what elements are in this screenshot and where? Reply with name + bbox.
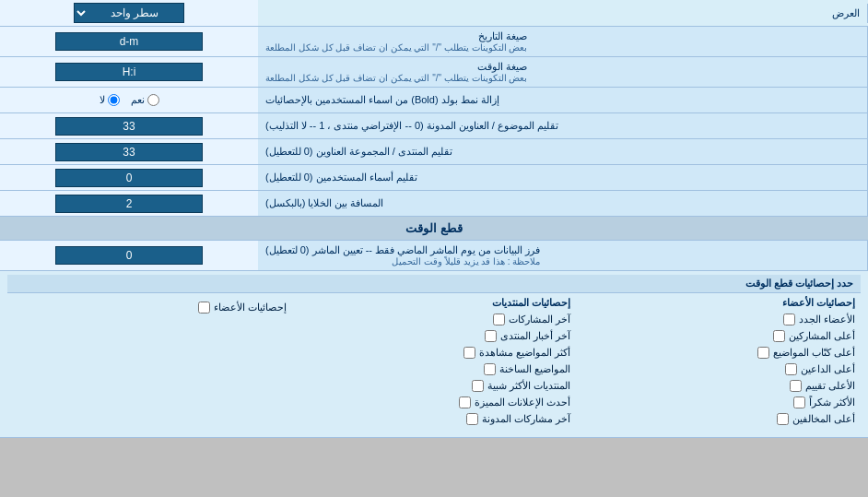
checkbox-item: أعلى المشاركين — [581, 330, 855, 342]
checkbox-item: الأعضاء الجدد — [581, 314, 855, 325]
forum-titles-input-wrapper — [0, 139, 258, 164]
display-row: العرض سطر واحد سطرين ثلاثة أسطر — [0, 0, 868, 27]
statistics-grid: إحصائيات الأعضاء الأعضاء الجدد أعلى المش… — [7, 293, 861, 433]
bold-remove-row: إزالة نمط بولد (Bold) من اسماء المستخدمي… — [0, 88, 868, 113]
time-format-row: صيغة الوقت بعض التكوينات يتطلب "/" التي … — [0, 57, 868, 88]
hot-topics-checkbox[interactable] — [484, 363, 496, 375]
stats-col3: إحصائيات الأعضاء الأعضاء الجدد أعلى المش… — [576, 293, 861, 433]
checkbox-item: آخر مشاركات المدونة — [298, 413, 571, 425]
date-format-label: صيغة التاريخ بعض التكوينات يتطلب "/" الت… — [258, 27, 868, 56]
cell-spacing-input[interactable] — [55, 195, 203, 213]
bold-no-label[interactable]: لا — [100, 94, 120, 106]
user-names-input-wrapper — [0, 165, 258, 190]
top-writers-checkbox[interactable] — [757, 347, 769, 359]
bold-radio-group: نعم لا — [100, 94, 159, 106]
statistics-section: حدد إحصائيات قطع الوقت إحصائيات الأعضاء … — [0, 271, 868, 438]
cell-spacing-input-wrapper — [0, 191, 258, 216]
checkbox-item: أعلى المخالفين — [581, 413, 855, 425]
forum-titles-label: تقليم المنتدى / المجموعة العناوين (0 للت… — [258, 139, 868, 164]
checkbox-item: المنتديات الأكثر شبية — [298, 380, 571, 392]
checkbox-item: أحدث الإعلانات المميزة — [298, 396, 571, 408]
user-names-input[interactable] — [55, 169, 203, 187]
user-names-row: تقليم أسماء المستخدمين (0 للتعطيل) — [0, 165, 868, 191]
bold-remove-label: إزالة نمط بولد (Bold) من اسماء المستخدمي… — [258, 88, 868, 112]
time-cutoff-header: قطع الوقت — [0, 217, 868, 241]
bold-no-radio[interactable] — [108, 94, 120, 106]
new-members-checkbox[interactable] — [783, 314, 795, 325]
user-names-label: تقليم أسماء المستخدمين (0 للتعطيل) — [258, 165, 868, 190]
checkbox-item: أعلى كتّاب المواضيع — [581, 347, 855, 359]
display-select[interactable]: سطر واحد سطرين ثلاثة أسطر — [74, 3, 184, 23]
display-select-wrapper: سطر واحد سطرين ثلاثة أسطر — [0, 0, 258, 26]
last-ads-checkbox[interactable] — [459, 396, 471, 408]
time-format-label: صيغة الوقت بعض التكوينات يتطلب "/" التي … — [258, 57, 868, 87]
topic-titles-row: تقليم الموضوع / العناوين المدونة (0 -- ا… — [0, 113, 868, 139]
top-donors-checkbox[interactable] — [785, 363, 797, 375]
most-viewed-checkbox[interactable] — [463, 347, 475, 359]
checkbox-item: الأعلى تقييم — [581, 380, 855, 392]
bold-yes-radio[interactable] — [147, 94, 159, 106]
topic-titles-input[interactable] — [55, 117, 203, 136]
main-container: العرض سطر واحد سطرين ثلاثة أسطر صيغة الت… — [0, 0, 868, 438]
time-cutoff-input-wrapper — [0, 241, 258, 270]
top-posters-checkbox[interactable] — [773, 330, 785, 342]
checkbox-item: إحصائيات الأعضاء — [13, 302, 287, 314]
most-similar-forums-checkbox[interactable] — [472, 380, 484, 392]
checkbox-item: أكثر المواضيع مشاهدة — [298, 347, 571, 359]
date-format-row: صيغة التاريخ بعض التكوينات يتطلب "/" الت… — [0, 27, 868, 57]
stats-col1: إحصائيات الأعضاء — [7, 293, 292, 433]
col2-title: إحصائيات المنتديات — [298, 297, 571, 309]
time-cutoff-label: فرز البيانات من يوم الماشر الماضي فقط --… — [258, 241, 868, 270]
date-format-input[interactable] — [55, 32, 203, 51]
checkbox-item: أعلى الداعين — [581, 363, 855, 375]
stats-col2: إحصائيات المنتديات آخر المشاركات آخر أخب… — [292, 293, 577, 433]
top-rated-checkbox[interactable] — [790, 380, 802, 392]
display-label: العرض — [258, 4, 868, 23]
most-thanks-checkbox[interactable] — [793, 396, 805, 408]
bold-remove-radio-wrapper: نعم لا — [0, 88, 258, 112]
time-cutoff-row: فرز البيانات من يوم الماشر الماضي فقط --… — [0, 241, 868, 271]
top-violators-checkbox[interactable] — [777, 413, 789, 425]
topic-titles-input-wrapper — [0, 113, 258, 138]
last-forum-news-checkbox[interactable] — [485, 330, 497, 342]
forum-titles-row: تقليم المنتدى / المجموعة العناوين (0 للت… — [0, 139, 868, 165]
time-format-input-wrapper — [0, 57, 258, 87]
col3-title: إحصائيات الأعضاء — [581, 297, 855, 309]
cell-spacing-label: المسافة بين الخلايا (بالبكسل) — [258, 191, 868, 216]
bold-yes-label[interactable]: نعم — [131, 94, 159, 106]
member-stats-checkbox[interactable] — [198, 302, 210, 314]
checkbox-item: الأكثر شكراً — [581, 396, 855, 408]
last-blog-posts-checkbox[interactable] — [466, 413, 478, 425]
statistics-title: حدد إحصائيات قطع الوقت — [7, 275, 861, 293]
time-format-input[interactable] — [55, 63, 203, 81]
checkbox-item: آخر أخبار المنتدى — [298, 330, 571, 342]
topic-titles-label: تقليم الموضوع / العناوين المدونة (0 -- ا… — [258, 113, 868, 138]
checkbox-item: آخر المشاركات — [298, 314, 571, 325]
date-format-input-wrapper — [0, 27, 258, 56]
cell-spacing-row: المسافة بين الخلايا (بالبكسل) — [0, 191, 868, 217]
last-shares-checkbox[interactable] — [493, 314, 505, 325]
checkbox-item: المواضيع الساخنة — [298, 363, 571, 375]
forum-titles-input[interactable] — [55, 143, 203, 161]
time-cutoff-input[interactable] — [55, 246, 203, 265]
